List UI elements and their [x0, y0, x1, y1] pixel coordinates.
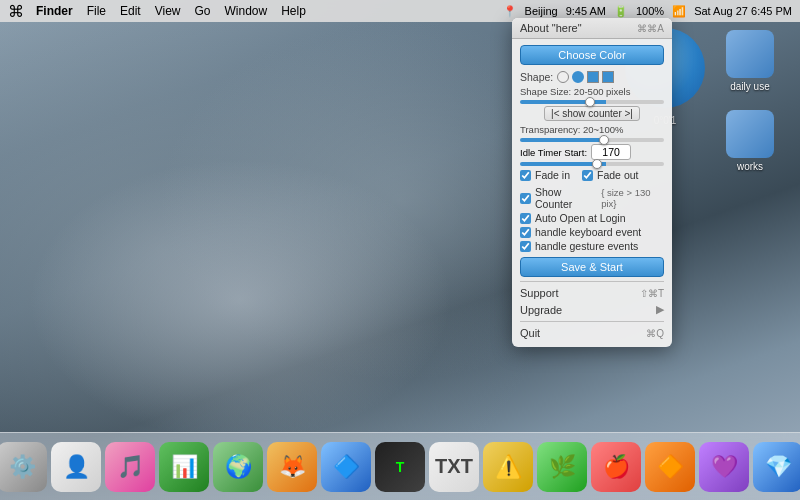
support-shortcut: ⇧⌘T — [640, 288, 664, 299]
gesture-event-label: handle gesture events — [535, 240, 638, 252]
daily-use-icon — [726, 30, 774, 78]
save-start-button[interactable]: Save & Start — [520, 257, 664, 277]
menu-window[interactable]: Window — [225, 4, 268, 18]
popup-header: About "here" ⌘⌘A — [512, 18, 672, 39]
upgrade-label: Upgrade — [520, 304, 562, 316]
shape-square-1[interactable] — [587, 71, 599, 83]
desktop: ⌘ Finder File Edit View Go Window Help 📍… — [0, 0, 800, 500]
shape-label: Shape: — [520, 71, 553, 83]
support-label: Support — [520, 287, 559, 299]
fade-out-row: Fade out — [582, 169, 638, 181]
battery-indicator: 🔋 — [614, 5, 628, 18]
time-display: 9:45 AM — [566, 5, 606, 17]
idle-timer-input[interactable]: 170 — [591, 144, 631, 160]
dock-terminal[interactable]: T — [375, 442, 425, 492]
show-counter-cb-label: Show Counter — [535, 186, 597, 210]
transparency-label: Transparency: 20~100% — [520, 124, 623, 135]
show-counter-checkbox[interactable] — [520, 193, 531, 204]
menu-edit[interactable]: Edit — [120, 4, 141, 18]
keyboard-event-row: handle keyboard event — [520, 226, 664, 238]
desktop-icon-daily-use[interactable]: daily use — [715, 30, 785, 92]
dock-help[interactable]: ⚠️ — [483, 442, 533, 492]
shape-size-thumb[interactable] — [585, 97, 595, 107]
menu-help[interactable]: Help — [281, 4, 306, 18]
shape-row: Shape: — [520, 71, 664, 83]
menu-file[interactable]: File — [87, 4, 106, 18]
idle-timer-row: Idle Timer Start: 170 — [520, 144, 664, 160]
idle-timer-label: Idle Timer Start: — [520, 147, 587, 158]
dock-system-preferences[interactable]: ⚙️ — [0, 442, 47, 492]
dock-fruit-app[interactable]: 🍎 — [591, 442, 641, 492]
support-item[interactable]: Support ⇧⌘T — [520, 285, 664, 301]
location-text: Beijing — [525, 5, 558, 17]
show-counter-hint: { size > 130 pix} — [601, 187, 664, 209]
menu-go[interactable]: Go — [195, 4, 211, 18]
auto-open-label: Auto Open at Login — [535, 212, 626, 224]
dock-blue-app[interactable]: 💎 — [753, 442, 800, 492]
dock-itunes[interactable]: 🎵 — [105, 442, 155, 492]
desktop-icon-works[interactable]: works — [715, 110, 785, 172]
shape-size-row: Shape Size: 20-500 pixels — [520, 86, 664, 97]
separator-2 — [520, 321, 664, 322]
fade-out-checkbox[interactable] — [582, 170, 593, 181]
dock-textedit[interactable]: TXT — [429, 442, 479, 492]
upgrade-arrow: ▶ — [656, 303, 664, 316]
dock: 😀 A ⚙️ 👤 🎵 📊 🌍 🦊 🔷 T TXT — [0, 432, 800, 500]
dock-firefox[interactable]: 🦊 — [267, 442, 317, 492]
dock-orange-app[interactable]: 🔶 — [645, 442, 695, 492]
auto-open-row: Auto Open at Login — [520, 212, 664, 224]
wifi-icon: 📶 — [672, 5, 686, 18]
show-counter-button[interactable]: |< show counter >| — [544, 106, 640, 121]
shape-size-slider[interactable] — [520, 100, 664, 104]
dock-contacts[interactable]: 👤 — [51, 442, 101, 492]
shape-size-label: Shape Size: 20-500 pixels — [520, 86, 630, 97]
idle-thumb[interactable] — [592, 159, 602, 169]
dock-stocks[interactable]: 📊 — [159, 442, 209, 492]
upgrade-item[interactable]: Upgrade ▶ — [520, 301, 664, 318]
gesture-event-row: handle gesture events — [520, 240, 664, 252]
dock-app1[interactable]: 🔷 — [321, 442, 371, 492]
idle-slider[interactable] — [520, 162, 664, 166]
fade-in-label: Fade in — [535, 169, 570, 181]
menubar: ⌘ Finder File Edit View Go Window Help 📍… — [0, 0, 800, 22]
shape-circle-1[interactable] — [557, 71, 569, 83]
show-counter-cb-row: Show Counter { size > 130 pix} — [520, 186, 664, 210]
popup-panel: About "here" ⌘⌘A Choose Color Shape: Sha… — [512, 18, 672, 347]
shape-selector[interactable] — [557, 71, 614, 83]
location-indicator: 📍 — [503, 5, 517, 18]
keyboard-event-label: handle keyboard event — [535, 226, 641, 238]
menu-finder[interactable]: Finder — [36, 4, 73, 18]
quit-shortcut: ⌘Q — [646, 328, 664, 339]
gesture-event-checkbox[interactable] — [520, 241, 531, 252]
popup-title: About "here" — [520, 22, 582, 34]
dock-green-app[interactable]: 🌿 — [537, 442, 587, 492]
fade-out-label: Fade out — [597, 169, 638, 181]
fade-in-row: Fade in — [520, 169, 570, 181]
date-display: Sat Aug 27 6:45 PM — [694, 5, 792, 17]
choose-color-button[interactable]: Choose Color — [520, 45, 664, 65]
dock-maps[interactable]: 🌍 — [213, 442, 263, 492]
menu-view[interactable]: View — [155, 4, 181, 18]
show-counter-row: |< show counter >| — [520, 106, 664, 121]
dock-purple-app[interactable]: 💜 — [699, 442, 749, 492]
transparency-slider[interactable] — [520, 138, 664, 142]
apple-menu[interactable]: ⌘ — [8, 2, 24, 21]
popup-shortcut: ⌘⌘A — [637, 23, 664, 34]
shape-circle-2[interactable] — [572, 71, 584, 83]
keyboard-event-checkbox[interactable] — [520, 227, 531, 238]
popup-body: Choose Color Shape: Shape Size: 20-500 p… — [512, 39, 672, 347]
fade-row: Fade in Fade out — [520, 169, 664, 183]
works-label: works — [737, 161, 763, 172]
fade-in-checkbox[interactable] — [520, 170, 531, 181]
transparency-row: Transparency: 20~100% — [520, 124, 664, 135]
daily-use-label: daily use — [730, 81, 769, 92]
shape-square-2[interactable] — [602, 71, 614, 83]
quit-label: Quit — [520, 327, 540, 339]
works-icon — [726, 110, 774, 158]
battery-percent: 100% — [636, 5, 664, 17]
quit-item[interactable]: Quit ⌘Q — [520, 325, 664, 341]
auto-open-checkbox[interactable] — [520, 213, 531, 224]
separator-1 — [520, 281, 664, 282]
